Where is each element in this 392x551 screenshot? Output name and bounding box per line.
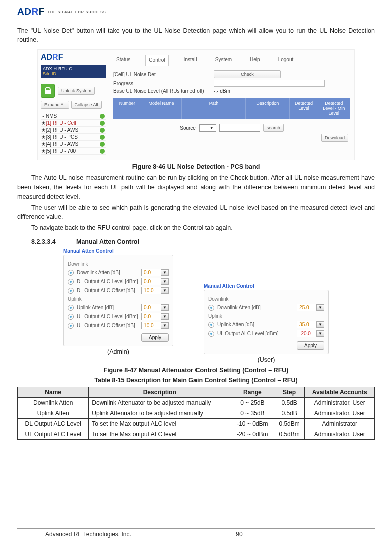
status-dot-icon xyxy=(100,128,105,133)
cell-acc: Administrator, User xyxy=(305,429,375,440)
tab-control[interactable]: Control xyxy=(145,55,168,66)
tab-install[interactable]: Install xyxy=(181,55,200,66)
cell-range: -20 ~ 0dBm xyxy=(231,429,274,440)
cell-desc: To set the Max output ALC level xyxy=(89,429,231,440)
apply-button-admin[interactable]: Apply xyxy=(141,333,169,342)
radio-icon[interactable] xyxy=(68,323,74,329)
source-search-input[interactable] xyxy=(219,124,260,132)
col-detected-level: Detected Level xyxy=(290,98,318,119)
cell-step: 0.5dBm xyxy=(274,419,305,429)
footer-page: 90 xyxy=(131,531,347,538)
tree-rfu2[interactable]: [2] RFU - AWS xyxy=(46,127,100,133)
ul-alc-offset-value[interactable]: 10.0 xyxy=(141,322,161,329)
logo-tagline: THE SIGNAL FOR SUCCESS xyxy=(48,10,106,14)
status-dot-icon xyxy=(100,149,105,154)
chevron-down-icon[interactable]: ▼ xyxy=(317,321,324,328)
shot1-model: ADX-H-RFU-C xyxy=(43,66,104,71)
dl-atten-value-user[interactable]: 25.0 xyxy=(297,304,317,311)
progress-bar xyxy=(214,80,325,87)
radio-icon[interactable] xyxy=(68,314,74,320)
radio-icon[interactable] xyxy=(68,270,74,276)
dl-atten-label: Downlink Atten [dB] xyxy=(77,270,141,275)
chevron-down-icon[interactable]: ▼ xyxy=(317,330,324,337)
expand-all-button[interactable]: Expand All xyxy=(41,101,69,109)
unlock-system-button[interactable]: Unlock System xyxy=(58,87,95,95)
cell-name: UL Output ALC Level xyxy=(18,429,89,440)
chevron-down-icon[interactable]: ▼ xyxy=(161,322,169,329)
status-dot-icon xyxy=(100,135,105,140)
figure-8-47-caption: Figure 8-47 Manual Attenuator Control Se… xyxy=(17,366,375,374)
chevron-down-icon[interactable]: ▼ xyxy=(161,304,169,311)
tree-root[interactable]: NMS xyxy=(46,113,100,119)
table-row: Uplink Atten Uplink Attenuator to be adj… xyxy=(18,408,375,419)
cell-acc: Administrator, User xyxy=(305,408,375,419)
source-select[interactable]: ▼ xyxy=(199,124,216,132)
ul-alc-level-label: UL Output ALC Level [dBm] xyxy=(77,314,141,319)
status-dot-icon xyxy=(100,142,105,147)
chevron-down-icon: ▼ xyxy=(210,126,214,130)
radio-icon[interactable] xyxy=(208,331,214,337)
atten-panel-user: Manual Atten Control Downlink Downlink A… xyxy=(204,248,329,363)
tree-rfu4[interactable]: [4] RFU - AWS xyxy=(46,141,100,147)
col-diff-level: Detected Level - Min Level xyxy=(318,98,350,119)
atten-uplink-label: Uplink xyxy=(68,296,169,302)
apply-button-user[interactable]: Apply xyxy=(297,341,324,350)
chevron-down-icon[interactable]: ▼ xyxy=(161,269,169,276)
status-dot-icon xyxy=(100,114,105,119)
ul-atten-value-user[interactable]: 35.0 xyxy=(297,321,317,328)
lock-icon xyxy=(41,84,55,98)
dl-alc-offset-value[interactable]: 10.0 xyxy=(141,287,161,294)
tab-status[interactable]: Status xyxy=(113,55,133,66)
results-grid-header: Number Model Name Path Description Detec… xyxy=(113,98,350,119)
th-range: Range xyxy=(231,387,274,398)
radio-icon[interactable] xyxy=(68,279,74,285)
section-number: 8.2.3.3.4 xyxy=(31,238,76,245)
table-row: Downlink Atten Downlink Attenuator to be… xyxy=(18,398,375,408)
chevron-down-icon[interactable]: ▼ xyxy=(317,304,324,311)
check-button[interactable]: Check xyxy=(214,70,281,78)
radio-icon[interactable] xyxy=(208,322,214,328)
radio-icon[interactable] xyxy=(208,305,214,311)
atten-title-user: Manual Atten Control xyxy=(204,283,329,289)
cell-range: -10 ~ 0dBm xyxy=(231,419,274,429)
radio-icon[interactable] xyxy=(68,305,74,311)
status-dot-icon xyxy=(100,121,105,126)
tab-bar: Status Control Install System Help Logou… xyxy=(113,53,350,66)
tree-rfu5[interactable]: [5] RFU - 700 xyxy=(46,148,100,154)
ul-atten-label-user: Uplink Atten [dB] xyxy=(217,322,297,327)
radio-icon[interactable] xyxy=(68,288,74,294)
chevron-down-icon[interactable]: ▼ xyxy=(161,313,169,320)
tab-help[interactable]: Help xyxy=(247,55,263,66)
dl-alc-level-value[interactable]: 0.0 xyxy=(141,278,161,285)
chevron-down-icon[interactable]: ▼ xyxy=(161,278,169,285)
ul-atten-value[interactable]: 0.0 xyxy=(141,304,161,311)
cell-range: 0 ~ 35dB xyxy=(231,408,274,419)
tab-system[interactable]: System xyxy=(212,55,235,66)
ul-noise-detection-screenshot: ADRF ADX-H-RFU-C Site ID : Unlock System… xyxy=(37,49,355,160)
cell-desc: Uplink Attenuator to be adjusted manuall… xyxy=(89,408,231,419)
chevron-down-icon[interactable]: ▼ xyxy=(161,287,169,294)
table-row: DL Output ALC Level To set the Max outpu… xyxy=(18,419,375,429)
ul-atten-label: Uplink Atten [dB] xyxy=(77,305,141,310)
ul-alc-level-value[interactable]: 0.0 xyxy=(141,313,161,320)
search-button[interactable]: search xyxy=(263,124,284,132)
base-noise-label: Base UL Noise Level (All RUs turned off) xyxy=(113,88,214,94)
tree-rfu3[interactable]: [3] RFU - PCS xyxy=(46,134,100,140)
cell-desc: Downlink Attenuator to be adjusted manua… xyxy=(89,398,231,408)
table-8-15-caption: Table 8-15 Description for Main Gain Con… xyxy=(17,377,375,384)
ul-alc-level-value-user[interactable]: -20.0 xyxy=(297,330,317,337)
dl-atten-value[interactable]: 0.0 xyxy=(141,269,161,276)
th-desc: Description xyxy=(89,387,231,398)
tree-rfu1[interactable]: [1] RFU - Cell xyxy=(46,120,100,126)
user-caption: (User) xyxy=(204,356,329,363)
col-number: Number xyxy=(113,98,141,119)
cell-desc: To set the Max output ALC level xyxy=(89,419,231,429)
header-logo: ADRF THE SIGNAL FOR SUCCESS xyxy=(17,6,375,17)
paragraph-user-path: The user will be able to see which path … xyxy=(17,203,375,221)
collapse-all-button[interactable]: Collapse All xyxy=(71,101,102,109)
source-label: Source xyxy=(180,125,196,131)
dl-alc-level-label: DL Output ALC Level [dBm] xyxy=(77,279,141,284)
download-button[interactable]: Download xyxy=(321,134,348,142)
tab-logout[interactable]: Logout xyxy=(275,55,297,66)
intro-paragraph: The "UL Noise Det" button will take you … xyxy=(17,26,375,44)
